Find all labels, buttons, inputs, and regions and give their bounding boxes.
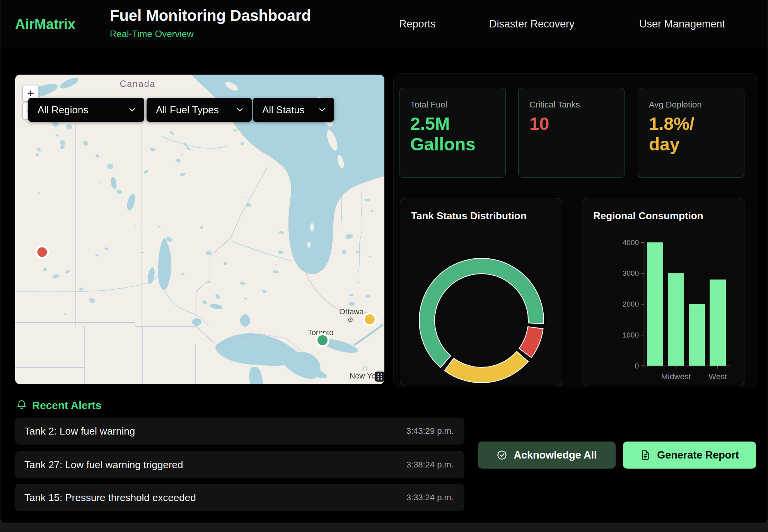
stat-value: 1.8%/ day — [649, 114, 695, 155]
donut-segment-warning — [444, 351, 528, 383]
nav-reports[interactable]: Reports — [399, 18, 436, 30]
y-tick-label: 0 — [635, 362, 639, 370]
stat-card-critical-tanks: Critical Tanks 10 — [518, 88, 625, 178]
recent-alerts-title: Recent Alerts — [32, 399, 101, 412]
generate-report-button[interactable]: Generate Report — [623, 442, 756, 469]
file-report-icon — [640, 450, 651, 460]
chevron-down-icon — [236, 107, 243, 112]
nav-user-management[interactable]: User Management — [639, 18, 725, 30]
stat-label: Total Fuel — [410, 100, 447, 110]
y-tick-label: 3000 — [623, 269, 639, 277]
donut-segment-critical — [519, 327, 543, 358]
brand-logo[interactable]: AirMatrix — [15, 16, 75, 32]
chevron-down-icon — [319, 107, 326, 112]
bar-region-1 — [668, 273, 684, 366]
bar-region-0 — [647, 242, 663, 366]
map[interactable]: Canada Ottawa Toronto New York + − All R… — [15, 75, 384, 384]
alert-timestamp: 3:38:24 p.m. — [406, 460, 454, 470]
y-tick-label: 4000 — [623, 239, 639, 247]
tank-marker-normal[interactable] — [317, 334, 329, 346]
nav-disaster-recovery[interactable]: Disaster Recovery — [489, 18, 575, 30]
stat-value: 10 — [529, 114, 549, 134]
header: AirMatrix Fuel Monitoring Dashboard Real… — [0, 0, 768, 49]
bar-region-2 — [689, 304, 705, 366]
region-filter-select[interactable]: All Regions — [28, 98, 144, 122]
stat-card-avg-depletion: Avg Depletion 1.8%/ day — [638, 88, 744, 178]
status-filter-select[interactable]: All Status — [253, 98, 334, 122]
y-tick-label: 1000 — [623, 331, 639, 339]
tank-marker-warning[interactable] — [364, 314, 376, 326]
page-title: Fuel Monitoring Dashboard — [110, 7, 311, 24]
stat-label: Avg Depletion — [649, 100, 702, 110]
alert-list-item: Tank 27: Low fuel warning triggered 3:38… — [15, 451, 464, 478]
alert-timestamp: 3:43:29 p.m. — [406, 426, 454, 436]
x-tick-label: West — [708, 372, 727, 381]
chevron-down-icon — [129, 107, 136, 112]
fuel-type-filter-value: All Fuel Types — [156, 104, 219, 116]
acknowledge-all-label: Acknowledge All — [514, 449, 597, 461]
bell-icon — [16, 399, 27, 411]
status-filter-value: All Status — [262, 104, 305, 116]
bar-region-3 — [710, 280, 726, 366]
app-window: AirMatrix Fuel Monitoring Dashboard Real… — [0, 0, 768, 524]
tank-status-donut-chart — [400, 198, 563, 387]
map-drag-handle[interactable] — [375, 372, 384, 382]
x-tick-label: Midwest — [661, 372, 691, 381]
grip-dots-icon — [376, 372, 383, 381]
tank-marker-critical[interactable] — [36, 246, 48, 258]
y-tick-label: 2000 — [623, 300, 639, 308]
fuel-type-filter-select[interactable]: All Fuel Types — [147, 98, 252, 122]
alert-message: Tank 27: Low fuel warning triggered — [24, 459, 183, 471]
alert-message: Tank 15: Pressure threshold exceeded — [24, 492, 196, 504]
stat-card-total-fuel: Total Fuel 2.5M Gallons — [399, 88, 506, 178]
acknowledge-all-button[interactable]: Acknowledge All — [478, 442, 616, 469]
alert-message: Tank 2: Low fuel warning — [24, 425, 135, 437]
regional-consumption-panel: Regional Consumption 01000200030004000Mi… — [582, 198, 744, 386]
ottawa-town-dot — [350, 319, 351, 320]
new-york-town-icon — [364, 367, 367, 370]
region-filter-value: All Regions — [38, 104, 89, 116]
tank-status-panel: Tank Status Distribution — [400, 198, 562, 386]
regional-consumption-bar-chart: 01000200030004000MidwestWest — [582, 198, 745, 387]
alert-list-item: Tank 15: Pressure threshold exceeded 3:3… — [15, 484, 464, 511]
overview-panel: Total Fuel 2.5M Gallons Critical Tanks 1… — [393, 73, 758, 387]
generate-report-label: Generate Report — [657, 449, 739, 461]
alert-timestamp: 3:33:24 p.m. — [406, 493, 454, 503]
page-subtitle: Real-Time Overview — [110, 29, 193, 39]
map-label-canada: Canada — [120, 79, 156, 89]
alert-list-item: Tank 2: Low fuel warning 3:43:29 p.m. — [15, 418, 464, 445]
map-label-ottawa: Ottawa — [339, 307, 364, 316]
stat-value: 2.5M Gallons — [410, 114, 476, 155]
check-circle-icon — [497, 450, 507, 460]
stat-label: Critical Tanks — [529, 100, 580, 110]
